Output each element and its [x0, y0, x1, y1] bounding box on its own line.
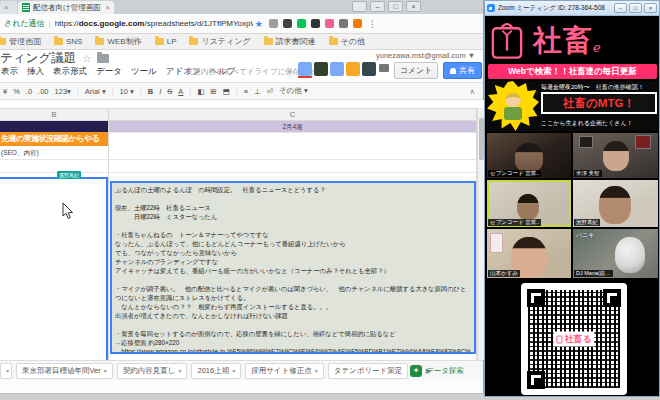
avatar[interactable]	[330, 62, 344, 76]
more-button[interactable]: その他 ▾	[279, 86, 308, 96]
bookmark-folder[interactable]: LP	[155, 37, 177, 46]
video-tile[interactable]: 濱野真紀	[573, 180, 658, 227]
explore-button[interactable]: ✦ データ探索	[410, 365, 464, 377]
bookmark-folder[interactable]: 管理画面	[0, 36, 41, 47]
extension-icon[interactable]	[297, 19, 306, 28]
bookmark-folder[interactable]: 請求書関連	[264, 36, 316, 47]
remote-selection-border	[106, 177, 108, 360]
browser-menu-icon[interactable]: ⋮	[368, 19, 377, 29]
address-bar[interactable]: された通信 | https://docs.google.com/spreadsh…	[0, 14, 483, 34]
tab-close-icon[interactable]: ×	[4, 3, 9, 12]
format-toolbar: ¥ % .0 .00 123▾ | Arial ▾ | 10 ▾ | B I S…	[0, 82, 483, 100]
browser-tab-active[interactable]: 配信者向け管理画面 - F ×	[18, 1, 114, 14]
share-button[interactable]: 共有	[443, 62, 482, 79]
maximize-button[interactable]: □	[629, 3, 642, 13]
doc-title[interactable]: ティング議題	[0, 50, 76, 67]
borders-icon[interactable]: ⊞	[210, 87, 216, 96]
column-header-b[interactable]: B	[0, 110, 108, 119]
avatar[interactable]	[346, 62, 360, 76]
move-folder-icon[interactable]	[97, 54, 109, 63]
browser-tab-partial[interactable]: ×	[0, 1, 17, 14]
account-email[interactable]: yonezawa.mst@gmail.com ▼	[376, 51, 475, 60]
menu-view[interactable]: 表示	[1, 66, 18, 78]
sheet-tab[interactable]: 契約内容見直し▾	[117, 363, 188, 379]
minimize-button[interactable]: –	[370, 1, 385, 12]
zoom-app-icon	[487, 4, 495, 12]
sheet-tab[interactable]: 2016上期▾	[191, 363, 241, 379]
extension-icon[interactable]	[283, 19, 292, 28]
menu-insert[interactable]: 挿入	[27, 66, 44, 78]
extension-icon[interactable]	[269, 19, 278, 28]
folder-icon	[54, 38, 63, 45]
cell-meeting-notes[interactable]: ぶるんぼの土曜のよるんぼ の時間設定。 社畜るニュースとどうする？ 現在、土曜2…	[110, 181, 476, 354]
close-button[interactable]: ×	[406, 1, 421, 12]
sheet-tab-partial[interactable]: ▾	[0, 363, 12, 379]
close-button[interactable]: ×	[644, 3, 657, 13]
menu-format[interactable]: 表示形式	[53, 66, 87, 78]
bookmark-folder[interactable]: リスティング	[189, 36, 250, 47]
bookmark-folder[interactable]: その他	[329, 36, 365, 47]
profile-button[interactable]	[352, 1, 367, 12]
minimize-button[interactable]: –	[614, 3, 627, 13]
tab-close-icon[interactable]: ×	[105, 3, 110, 12]
cell-b-header[interactable]	[0, 121, 108, 132]
cell-week-label[interactable]: 2月4週	[109, 121, 476, 132]
cell-seo-line[interactable]: (SEO、内容)	[0, 146, 108, 159]
merge-cells-icon[interactable]: ⬒	[223, 87, 230, 96]
avatar[interactable]	[314, 62, 328, 76]
column-header-c[interactable]: C	[109, 110, 476, 119]
menu-data[interactable]: データ	[96, 66, 122, 78]
vertical-align-icon[interactable]: ⊥	[254, 87, 261, 96]
chevron-down-icon: ▾	[102, 87, 106, 96]
column-divider[interactable]	[108, 108, 109, 360]
qr-finder-icon	[603, 289, 621, 307]
font-size-select[interactable]: 10 ▾	[120, 87, 134, 96]
percent-format-button[interactable]: %	[13, 87, 20, 96]
chat-icon[interactable]	[379, 64, 389, 72]
italic-button[interactable]: I	[159, 87, 161, 96]
folder-icon	[155, 38, 164, 45]
fill-color-icon[interactable]: ◧	[197, 87, 204, 96]
vertical-scrollbar[interactable]	[477, 108, 484, 360]
video-tile-active-speaker[interactable]: セブンコード 営業..	[487, 180, 571, 227]
menu-tools[interactable]: ツール	[131, 66, 157, 78]
star-icon[interactable]: ☆	[82, 53, 91, 64]
url-text[interactable]: https://docs.google.com/spreadsheets/d/1…	[55, 19, 253, 28]
increase-decimal-button[interactable]: .00	[38, 87, 48, 96]
sheet-tab[interactable]: 採用サイト修正点▾	[245, 363, 324, 379]
extension-icon[interactable]	[325, 19, 334, 28]
video-tile[interactable]: セブンコード 営業..	[487, 133, 571, 178]
wrap-text-icon[interactable]: ⏎	[267, 87, 273, 96]
sheet-tab[interactable]: タテンボリード策定	[328, 363, 409, 379]
sheet-tab[interactable]: 東京部署目標値年間Ver▾	[16, 363, 113, 379]
comment-button[interactable]: コメント	[394, 62, 438, 79]
extension-icon[interactable]	[311, 19, 320, 28]
extension-icon[interactable]	[339, 19, 348, 28]
bold-button[interactable]: B	[148, 87, 153, 96]
security-chip[interactable]: された通信	[4, 18, 45, 29]
save-status: 変更内容をすべてドライブに保存しま	[186, 67, 315, 77]
video-tile[interactable]: 山本かすみ	[487, 229, 571, 278]
bookmark-folder[interactable]: WEB制作	[95, 36, 141, 47]
number-format-button[interactable]: 123▾	[55, 87, 71, 96]
video-tile[interactable]: 米澤 美智	[573, 133, 658, 178]
mask-face	[615, 237, 645, 273]
zoom-titlebar[interactable]: Zoom ミーティング ID: 278-364-508 – □ ×	[485, 1, 659, 16]
avatar[interactable]	[362, 62, 376, 76]
strikethrough-button[interactable]: S	[167, 87, 172, 96]
text-color-button[interactable]: A	[178, 87, 183, 96]
cell-focus-line[interactable]: 先週の実施状況確認からやる	[0, 132, 108, 146]
video-tile[interactable]: パニキ DJ Mana(前…	[573, 229, 658, 278]
collapse-toolbar-icon[interactable]: ∧	[470, 87, 476, 96]
qr-finder-icon	[527, 289, 545, 307]
maximize-button[interactable]: □	[388, 1, 403, 12]
extension-icon[interactable]	[353, 19, 362, 28]
currency-format-button[interactable]: ¥	[3, 87, 7, 96]
font-select[interactable]: Arial ▾	[85, 87, 106, 96]
gridline	[109, 132, 476, 133]
bookmark-folder[interactable]: SNS	[54, 37, 82, 46]
decrease-decimal-button[interactable]: .0	[26, 87, 32, 96]
avatar[interactable]	[298, 62, 312, 76]
bookmark-star-icon[interactable]: ★	[255, 19, 263, 29]
align-icon[interactable]: ≡	[244, 87, 248, 96]
